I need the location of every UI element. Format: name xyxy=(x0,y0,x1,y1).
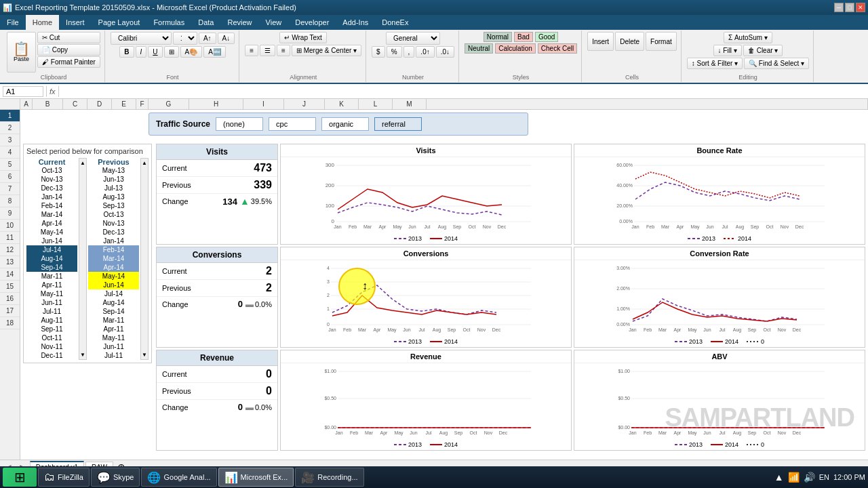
tab-page-layout[interactable]: Page Layout xyxy=(92,15,147,30)
prev-mar14-selected[interactable]: Mar-14 xyxy=(88,254,139,263)
maximize-button[interactable]: □ xyxy=(845,3,854,12)
period-jun11[interactable]: Jun-11 xyxy=(26,298,77,307)
tray-network-icon[interactable]: 📶 xyxy=(788,472,800,483)
style-good[interactable]: Good xyxy=(535,32,558,42)
tab-addins[interactable]: Add-Ins xyxy=(336,15,375,30)
period-feb14[interactable]: Feb-14 xyxy=(26,201,77,210)
period-jun14[interactable]: Jun-14 xyxy=(26,237,77,245)
border-button[interactable]: ⊞ xyxy=(164,46,179,58)
bold-button[interactable]: B xyxy=(119,46,134,58)
fill-button[interactable]: ↓ Fill ▾ xyxy=(713,45,742,56)
tab-view[interactable]: View xyxy=(259,15,289,30)
cut-button[interactable]: ✂ Cut xyxy=(37,32,100,43)
prev-jul13[interactable]: Jul-13 xyxy=(88,184,139,192)
period-oct11[interactable]: Oct-11 xyxy=(26,333,77,342)
font-size-select[interactable]: 11 xyxy=(173,32,197,45)
decrease-font-button[interactable]: A↓ xyxy=(218,33,235,44)
align-center-button[interactable]: ☰ xyxy=(260,45,275,56)
current-scroll[interactable]: ▲ ▼ xyxy=(79,158,87,360)
prev-may13[interactable]: May-13 xyxy=(88,166,139,175)
period-apr11[interactable]: Apr-11 xyxy=(26,281,77,289)
style-normal[interactable]: Normal xyxy=(484,32,512,42)
traffic-option-referral[interactable]: referral xyxy=(374,117,422,131)
prev-feb14-selected[interactable]: Feb-14 xyxy=(88,245,139,254)
previous-scroll[interactable]: ▲ ▼ xyxy=(140,158,149,360)
period-mar14[interactable]: Mar-14 xyxy=(26,210,77,219)
percent-button[interactable]: % xyxy=(387,46,402,58)
period-nov11[interactable]: Nov-11 xyxy=(26,342,77,351)
font-name-select[interactable]: Calibri xyxy=(111,32,172,45)
tab-doneex[interactable]: DoneEx xyxy=(375,15,415,30)
merge-center-button[interactable]: ⊞ Merge & Center ▾ xyxy=(292,45,361,56)
prev-dec13[interactable]: Dec-13 xyxy=(88,228,139,237)
sort-filter-button[interactable]: ↕ Sort & Filter ▾ xyxy=(687,58,743,69)
traffic-option-cpc[interactable]: cpc xyxy=(269,117,316,131)
period-aug14-selected[interactable]: Aug-14 xyxy=(26,254,77,263)
find-select-button[interactable]: 🔍 Find & Select ▾ xyxy=(744,58,809,69)
period-may14[interactable]: May-14 xyxy=(26,228,77,237)
period-oct13[interactable]: Oct-13 xyxy=(26,166,77,175)
taskbar-skype[interactable]: 💬 Skype xyxy=(91,468,140,487)
increase-decimal-button[interactable]: .0↑ xyxy=(416,46,434,58)
currency-button[interactable]: $ xyxy=(372,46,385,58)
paste-button[interactable]: 📋Paste xyxy=(7,32,36,73)
format-button[interactable]: Format xyxy=(646,32,677,51)
fill-color-button[interactable]: A🎨 xyxy=(180,46,203,58)
prev-aug14[interactable]: Aug-14 xyxy=(88,298,139,307)
tab-formulas[interactable]: Formulas xyxy=(146,15,191,30)
prev-nov13[interactable]: Nov-13 xyxy=(88,219,139,228)
prev-jun11[interactable]: Jun-11 xyxy=(88,342,139,351)
taskbar-recording[interactable]: 🎥 Recording... xyxy=(295,468,363,487)
period-aug11[interactable]: Aug-11 xyxy=(26,316,77,325)
clear-button[interactable]: 🗑 Clear ▾ xyxy=(743,45,783,56)
font-color-button[interactable]: A🔤 xyxy=(203,46,226,58)
prev-apr11[interactable]: Apr-11 xyxy=(88,325,139,333)
wrap-text-button[interactable]: ↵ Wrap Text xyxy=(279,32,326,43)
tray-up-icon[interactable]: ▲ xyxy=(774,472,784,483)
tab-insert[interactable]: Insert xyxy=(59,15,92,30)
taskbar-chrome[interactable]: 🌐 Google Anal... xyxy=(141,468,216,487)
taskbar-filezilla[interactable]: 🗂 FileZilla xyxy=(38,468,90,487)
start-button[interactable]: ⊞ xyxy=(3,468,37,487)
traffic-option-organic[interactable]: organic xyxy=(321,117,369,131)
period-sep14-selected[interactable]: Sep-14 xyxy=(26,263,77,272)
increase-font-button[interactable]: A↑ xyxy=(199,33,216,44)
prev-sep13[interactable]: Sep-13 xyxy=(88,201,139,210)
autosum-button[interactable]: Σ AutoSum ▾ xyxy=(724,32,772,43)
copy-button[interactable]: 📄 Copy xyxy=(37,44,100,56)
style-neutral[interactable]: Neutral xyxy=(465,43,493,54)
prev-may14-selected[interactable]: May-14 xyxy=(88,272,139,281)
prev-sep14[interactable]: Sep-14 xyxy=(88,307,139,316)
period-jan14[interactable]: Jan-14 xyxy=(26,192,77,201)
prev-oct13[interactable]: Oct-13 xyxy=(88,210,139,219)
period-dec13[interactable]: Dec-13 xyxy=(26,184,77,192)
prev-may11[interactable]: May-11 xyxy=(88,333,139,342)
tab-home[interactable]: Home xyxy=(26,15,59,30)
period-dec11[interactable]: Dec-11 xyxy=(26,351,77,360)
insert-button[interactable]: Insert xyxy=(587,32,614,51)
period-sep11[interactable]: Sep-11 xyxy=(26,325,77,333)
prev-jan14[interactable]: Jan-14 xyxy=(88,237,139,245)
italic-button[interactable]: I xyxy=(136,46,147,58)
underline-button[interactable]: U xyxy=(148,46,162,58)
prev-aug13[interactable]: Aug-13 xyxy=(88,192,139,201)
close-button[interactable]: ✕ xyxy=(856,3,865,12)
prev-mar11[interactable]: Mar-11 xyxy=(88,316,139,325)
number-format-select[interactable]: General xyxy=(386,32,440,45)
tab-file[interactable]: File xyxy=(0,15,26,30)
style-check-cell[interactable]: Check Cell xyxy=(538,43,577,54)
period-jul14-selected[interactable]: Jul-14 xyxy=(26,245,77,254)
delete-button[interactable]: Delete xyxy=(615,32,644,51)
tray-volume-icon[interactable]: 🔊 xyxy=(804,472,815,483)
period-nov13[interactable]: Nov-13 xyxy=(26,175,77,184)
prev-apr14-selected[interactable]: Apr-14 xyxy=(88,263,139,272)
comma-button[interactable]: , xyxy=(403,46,415,58)
cell-reference-box[interactable] xyxy=(3,86,43,97)
minimize-button[interactable]: ─ xyxy=(834,3,844,12)
prev-jul11[interactable]: Jul-11 xyxy=(88,351,139,360)
formula-input[interactable] xyxy=(62,87,865,96)
prev-jun14-selected[interactable]: Jun-14 xyxy=(88,281,139,289)
period-may11[interactable]: May-11 xyxy=(26,289,77,298)
format-painter-button[interactable]: 🖌 Format Painter xyxy=(37,56,100,68)
prev-jun13[interactable]: Jun-13 xyxy=(88,175,139,184)
